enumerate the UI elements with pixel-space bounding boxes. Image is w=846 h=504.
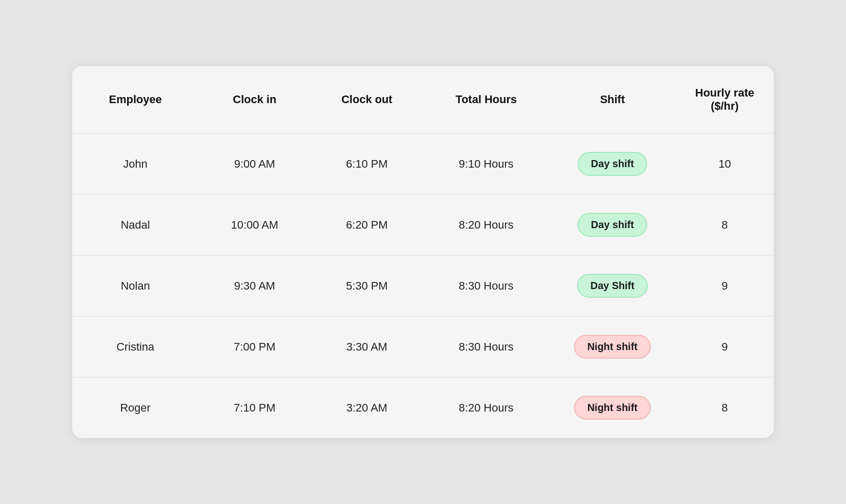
table-header-row: Employee Clock in Clock out Total Hours …	[72, 66, 774, 134]
cell-clock-in: 10:00 AM	[198, 195, 311, 256]
header-clock-out: Clock out	[311, 66, 423, 134]
cell-hourly-rate: 9	[676, 256, 774, 317]
cell-clock-out: 3:20 AM	[311, 377, 423, 438]
cell-employee: Roger	[72, 377, 198, 438]
cell-employee: Cristina	[72, 317, 198, 377]
cell-employee: Nolan	[72, 256, 198, 317]
shift-badge: Day shift	[578, 213, 647, 237]
cell-shift: Day shift	[549, 134, 675, 195]
cell-clock-out: 6:20 PM	[311, 195, 423, 256]
timesheet-table-container: Employee Clock in Clock out Total Hours …	[72, 66, 774, 438]
cell-shift: Day shift	[549, 195, 675, 256]
cell-hourly-rate: 10	[676, 134, 774, 195]
shift-badge: Day Shift	[577, 274, 648, 298]
cell-total-hours: 8:20 Hours	[423, 195, 549, 256]
shift-badge: Night shift	[574, 396, 651, 420]
shift-badge: Day shift	[578, 152, 647, 176]
cell-clock-out: 3:30 AM	[311, 317, 423, 377]
cell-clock-out: 6:10 PM	[311, 134, 423, 195]
cell-clock-in: 7:00 PM	[198, 317, 311, 377]
cell-total-hours: 8:30 Hours	[423, 317, 549, 377]
table-row: John 9:00 AM 6:10 PM 9:10 Hours Day shif…	[72, 134, 774, 195]
cell-hourly-rate: 8	[676, 195, 774, 256]
header-total-hours: Total Hours	[423, 66, 549, 134]
cell-shift: Night shift	[549, 317, 675, 377]
cell-employee: John	[72, 134, 198, 195]
table-row: Nolan 9:30 AM 5:30 PM 8:30 Hours Day Shi…	[72, 256, 774, 317]
table-row: Roger 7:10 PM 3:20 AM 8:20 Hours Night s…	[72, 377, 774, 438]
cell-clock-in: 9:00 AM	[198, 134, 311, 195]
header-employee: Employee	[72, 66, 198, 134]
table-row: Cristina 7:00 PM 3:30 AM 8:30 Hours Nigh…	[72, 317, 774, 377]
header-shift: Shift	[549, 66, 675, 134]
cell-clock-out: 5:30 PM	[311, 256, 423, 317]
header-clock-in: Clock in	[198, 66, 311, 134]
cell-shift: Day Shift	[549, 256, 675, 317]
timesheet-table: Employee Clock in Clock out Total Hours …	[72, 66, 774, 438]
cell-total-hours: 8:20 Hours	[423, 377, 549, 438]
cell-shift: Night shift	[549, 377, 675, 438]
shift-badge: Night shift	[574, 335, 651, 359]
table-row: Nadal 10:00 AM 6:20 PM 8:20 Hours Day sh…	[72, 195, 774, 256]
cell-hourly-rate: 9	[676, 317, 774, 377]
cell-hourly-rate: 8	[676, 377, 774, 438]
header-hourly-rate: Hourly rate ($/hr)	[676, 66, 774, 134]
cell-clock-in: 7:10 PM	[198, 377, 311, 438]
cell-employee: Nadal	[72, 195, 198, 256]
cell-total-hours: 9:10 Hours	[423, 134, 549, 195]
cell-total-hours: 8:30 Hours	[423, 256, 549, 317]
cell-clock-in: 9:30 AM	[198, 256, 311, 317]
